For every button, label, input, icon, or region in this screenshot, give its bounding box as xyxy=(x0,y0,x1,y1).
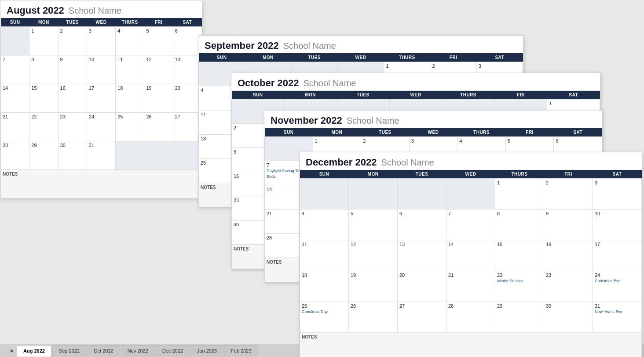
aug-sat: SAT xyxy=(173,18,201,27)
december-calendar: December 2022 School Name SUN MON TUES W… xyxy=(299,152,642,357)
tab-sep-2022[interactable]: Sep 2022 xyxy=(52,345,86,357)
aug-header: August 2022 School Name xyxy=(0,0,202,18)
christmas-eve-event: Christmas Eve xyxy=(595,279,621,283)
nov-header: November 2022 School Name xyxy=(264,110,602,128)
dec-title: December 2022 xyxy=(306,157,377,168)
aug-thurs: THURS xyxy=(116,18,144,27)
notes-row: NOTES xyxy=(300,333,642,357)
new-years-eve-event: New Year's Eve xyxy=(595,309,622,314)
table-row: 4 5 6 7 8 9 10 xyxy=(300,210,642,240)
tab-nov-2022[interactable]: Nov 2022 xyxy=(121,345,155,357)
oct-notes-label: NOTES xyxy=(234,247,249,251)
sep-header: September 2022 School Name xyxy=(198,36,523,53)
sep-notes-label: NOTES xyxy=(201,185,216,190)
sep-school: School Name xyxy=(283,41,336,51)
oct-title: October 2022 xyxy=(238,77,299,89)
table-row: 1 2 3 xyxy=(300,179,642,210)
tab-jan-2023[interactable]: Jan 2023 xyxy=(190,345,223,357)
daylight-saving-event: Daylight Saving Time Ends xyxy=(267,169,304,179)
oct-header: October 2022 School Name xyxy=(231,73,600,91)
oct-school: School Name xyxy=(303,78,356,88)
notes-label: NOTES xyxy=(3,172,18,177)
table-row: 28 29 30 31 xyxy=(1,141,202,170)
tab-prev-arrow[interactable]: ▶ xyxy=(9,347,16,354)
dec-notes-label: NOTES xyxy=(302,335,317,339)
christmas-day-event: Christmas Day xyxy=(302,309,328,314)
table-row: 25Christmas Day 26 27 28 29 30 31New Yea… xyxy=(300,302,642,333)
table-row: 7 8 9 10 11 12 13 xyxy=(1,55,202,84)
tab-feb-2023[interactable]: Feb 2023 xyxy=(224,345,258,357)
dec-header: December 2022 School Name xyxy=(300,152,642,170)
august-calendar: August 2022 School Name SUN MON TUES WED… xyxy=(0,0,202,199)
aug-mon: MON xyxy=(29,18,58,27)
dec-school: School Name xyxy=(381,158,434,168)
winter-solstice-event: Winter Solstice xyxy=(497,279,523,283)
aug-tues: TUES xyxy=(58,18,87,27)
tab-aug-2022[interactable]: Aug 2022 xyxy=(17,345,51,357)
aug-wed: WED xyxy=(87,18,115,27)
table-row: 14 15 16 17 18 19 20 xyxy=(1,84,202,113)
tab-oct-2022[interactable]: Oct 2022 xyxy=(87,345,120,357)
sep-title: September 2022 xyxy=(205,40,279,52)
aug-title: August 2022 xyxy=(7,5,64,16)
nov-school: School Name xyxy=(347,116,399,126)
table-row: 11 12 13 14 15 16 17 xyxy=(300,240,642,271)
aug-sun: SUN xyxy=(1,18,29,27)
aug-fri: FRI xyxy=(144,18,173,27)
notes-row: NOTES xyxy=(1,170,202,199)
nov-title: November 2022 xyxy=(271,115,342,126)
dec-grid: SUN MON TUES WED THURS FRI SAT 1 2 3 4 xyxy=(300,170,642,357)
table-row: 21 22 23 24 25 26 27 xyxy=(1,113,202,141)
table-row: 1 2 3 4 5 6 xyxy=(1,27,202,55)
table-row: 18 19 20 21 22Winter Solstice 23 24Chris… xyxy=(300,271,642,302)
tab-dec-2022[interactable]: Dec 2022 xyxy=(156,345,190,357)
nov-notes-label: NOTES xyxy=(267,260,282,265)
aug-grid: SUN MON TUES WED THURS FRI SAT 1 2 3 4 5… xyxy=(0,18,202,199)
aug-school: School Name xyxy=(69,6,121,16)
